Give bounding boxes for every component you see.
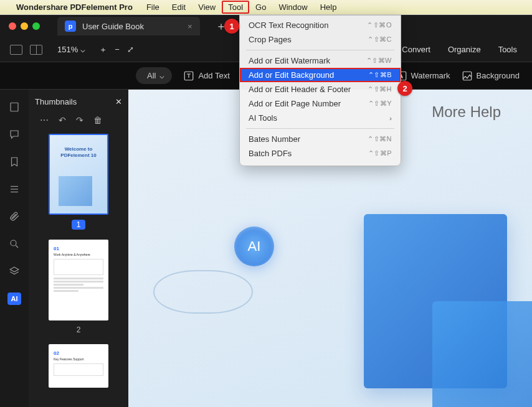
left-sidebar: AI: [0, 90, 29, 407]
watermark-button[interactable]: A Watermark: [396, 70, 450, 82]
ai-badge-icon: AI: [234, 227, 274, 266]
background-icon: [462, 70, 473, 82]
organize-menu[interactable]: Organize: [443, 42, 486, 57]
comments-panel-icon[interactable]: [8, 128, 21, 141]
menu-page-number[interactable]: Add or Edit Page Number ⌃⇧⌘Y: [240, 96, 401, 111]
page-number-1: 1: [72, 220, 86, 230]
zoom-control[interactable]: 151% ⌵: [57, 45, 85, 54]
layers-panel-icon[interactable]: [8, 265, 21, 278]
menu-edit[interactable]: Edit: [166, 1, 192, 14]
zoom-in-button[interactable]: ＋: [99, 44, 107, 55]
canvas-decor-ring: [153, 270, 253, 314]
attachments-panel-icon[interactable]: [8, 210, 21, 223]
thumbnails-panel-icon[interactable]: [8, 101, 21, 113]
thumbnail-page-2[interactable]: 01 Work Anytime & Anywhere: [49, 240, 108, 320]
menu-batch-pdfs[interactable]: Batch PDFs ⌃⇧⌘P: [240, 146, 401, 161]
menu-window[interactable]: Window: [272, 1, 313, 14]
thumbnails-title: Thumbnails: [35, 97, 77, 106]
thumbnail-page-3[interactable]: 02 Key Features Support: [49, 344, 108, 388]
all-tool-button[interactable]: All ⌵: [136, 67, 172, 84]
text-icon: [183, 70, 194, 82]
bookmarks-panel-icon[interactable]: [8, 156, 21, 168]
menu-view[interactable]: View: [192, 1, 222, 14]
document-tab[interactable]: p User Guide Book ×: [57, 17, 200, 35]
thumbnails-panel: Thumbnails ✕ ⋯ ↶ ↷ 🗑 Welcome to PDFeleme…: [29, 90, 128, 407]
menu-ai-tools[interactable]: AI Tools ›: [240, 111, 401, 125]
more-icon[interactable]: ⋯: [40, 115, 49, 125]
tools-menu[interactable]: Tools: [493, 42, 522, 57]
submenu-arrow-icon: ›: [389, 115, 392, 122]
menu-bates-number[interactable]: Bates Number ⌃⇧⌘N: [240, 132, 401, 146]
canvas-decor-cube2: [432, 301, 532, 407]
menu-crop-pages[interactable]: Crop Pages ⌃⇧⌘C: [240, 32, 401, 47]
menu-ocr[interactable]: OCR Text Recognition ⌃⇧⌘O: [240, 18, 401, 32]
menu-separator: [246, 50, 394, 50]
chevron-down-icon: ⌵: [159, 71, 164, 80]
fields-panel-icon[interactable]: [8, 183, 21, 195]
page-number-2: 2: [77, 325, 81, 334]
svg-point-8: [11, 240, 16, 246]
mac-menubar: Wondershare PDFelement Pro File Edit Vie…: [0, 0, 532, 15]
menu-header-footer[interactable]: Add or Edit Header & Footer ⌃⇧⌘H: [240, 82, 401, 96]
fit-page-button[interactable]: ⤢: [127, 45, 134, 54]
menu-watermark[interactable]: Add or Edit Watermark ⌃⇧⌘W: [240, 54, 401, 68]
tool-dropdown-menu: OCR Text Recognition ⌃⇧⌘O Crop Pages ⌃⇧⌘…: [239, 15, 401, 166]
ai-panel-icon[interactable]: AI: [7, 292, 21, 305]
search-panel-icon[interactable]: [8, 238, 21, 250]
zoom-chevron-icon[interactable]: ⌵: [80, 45, 85, 54]
menu-help[interactable]: Help: [314, 1, 343, 14]
zoom-out-button[interactable]: −: [115, 45, 120, 54]
single-page-view-icon[interactable]: [10, 45, 22, 55]
menu-go[interactable]: Go: [249, 1, 272, 14]
rotate-right-icon[interactable]: ↷: [76, 115, 83, 125]
background-button[interactable]: Background: [462, 70, 520, 82]
fullscreen-window-button[interactable]: [32, 22, 40, 30]
rotate-left-icon[interactable]: ↶: [59, 115, 66, 125]
close-window-button[interactable]: [9, 22, 16, 30]
minimize-window-button[interactable]: [21, 22, 28, 30]
more-help-text: More Help: [432, 103, 501, 121]
add-text-button[interactable]: Add Text: [183, 70, 229, 82]
menu-background[interactable]: Add or Edit Background ⌃⇧⌘B: [240, 68, 401, 82]
annotation-badge-1: 1: [224, 19, 239, 34]
menu-file[interactable]: File: [140, 1, 166, 14]
svg-line-9: [16, 245, 18, 248]
traffic-lights: [9, 22, 40, 30]
convert-menu[interactable]: Convert: [397, 42, 435, 57]
svg-rect-4: [11, 103, 18, 111]
annotation-badge-2: 2: [397, 81, 412, 96]
delete-page-icon[interactable]: 🗑: [93, 115, 102, 125]
thumbnail-page-1[interactable]: Welcome to PDFelement 10: [49, 134, 108, 215]
app-name[interactable]: Wondershare PDFelement Pro: [16, 2, 133, 12]
zoom-value: 151%: [57, 45, 78, 54]
tab-title: User Guide Book: [82, 22, 144, 31]
two-page-view-icon[interactable]: [30, 45, 42, 55]
close-tab-icon[interactable]: ×: [188, 22, 192, 31]
menu-tool[interactable]: Tool: [222, 1, 249, 14]
menu-separator: [246, 128, 394, 129]
close-panel-icon[interactable]: ✕: [115, 97, 122, 106]
doc-icon: p: [65, 21, 76, 32]
